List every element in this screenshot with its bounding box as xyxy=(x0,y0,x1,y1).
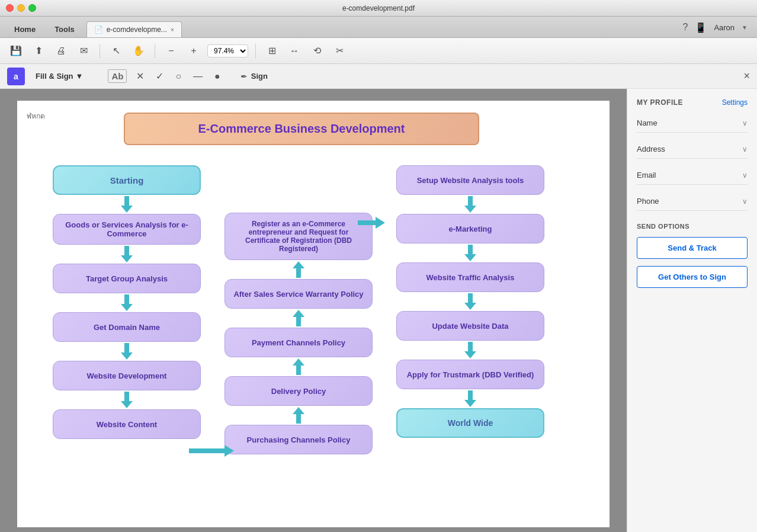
arrow-1-2 xyxy=(121,246,133,262)
arrow-1-4 xyxy=(121,343,133,360)
line-tool-button[interactable]: — xyxy=(191,69,205,84)
name-row[interactable]: Name ∨ xyxy=(637,114,748,133)
apply-box: Apply for Trustmark (DBD Verified) xyxy=(396,360,544,389)
select-tool-button[interactable]: ↖ xyxy=(107,42,125,60)
window-controls[interactable] xyxy=(6,4,36,12)
emarketing-box: e-Marketing xyxy=(396,214,544,243)
user-chevron-icon: ▼ xyxy=(742,24,748,30)
title-bar: e-comdevelopment.pdf xyxy=(0,0,757,17)
zoom-out-button[interactable]: − xyxy=(162,42,180,60)
arrow-2-1 xyxy=(293,261,304,278)
window-title: e-comdevelopment.pdf xyxy=(342,4,415,12)
arrow-1-3 xyxy=(121,294,133,311)
dot-tool-button[interactable]: ● xyxy=(212,69,223,84)
website-dev-box: Website Development xyxy=(53,361,201,390)
save-button[interactable]: 💾 xyxy=(7,42,25,60)
circle-tool-button[interactable]: ○ xyxy=(173,69,184,84)
after-sales-box: After Sales Service Warranty Policy xyxy=(224,279,373,309)
my-profile-title: MY PROFILE xyxy=(637,98,683,107)
arrow-3-1 xyxy=(464,196,476,213)
tools-nav[interactable]: Tools xyxy=(45,21,84,37)
tab-close-button[interactable]: × xyxy=(171,27,174,33)
tab-icon: 📄 xyxy=(94,25,103,34)
arrow-3-2 xyxy=(464,245,476,261)
mobile-icon[interactable]: 📱 xyxy=(695,21,707,33)
toolbar: 💾 ⬆ 🖨 ✉ ↖ ✋ − + 97.4% 100% 75% ⊞ ↔ ⟲ ✂ xyxy=(0,38,757,64)
pdf-area[interactable]: ฬหกด E-Commerce Business Development Sta… xyxy=(0,89,627,532)
text-tool-button[interactable]: Ab xyxy=(108,69,127,83)
tab-bar: Home Tools 📄 e-comdevelopme... × ? 📱 Aar… xyxy=(0,17,757,38)
check-tool-button[interactable]: ✓ xyxy=(153,68,166,84)
cross-tool-button[interactable]: ✕ xyxy=(134,68,146,84)
email-row[interactable]: Email ∨ xyxy=(637,166,748,185)
flow-column-3: Setup Website Analysis tools e-Marketing xyxy=(384,159,556,454)
upload-button[interactable]: ⬆ xyxy=(30,42,47,60)
settings-link[interactable]: Settings xyxy=(722,98,748,107)
main-area: ฬหกด E-Commerce Business Development Sta… xyxy=(0,89,757,532)
separator-1 xyxy=(100,44,100,58)
arrow-3-5 xyxy=(464,390,476,407)
zoom-in-button[interactable]: + xyxy=(185,42,203,60)
chart-title-box: E-Commerce Business Development xyxy=(124,113,479,145)
get-others-to-sign-button[interactable]: Get Others to Sign xyxy=(637,266,748,288)
payment-box: Payment Channels Policy xyxy=(224,328,373,357)
website-content-box: Website Content xyxy=(53,409,201,439)
fill-sign-menu-button[interactable]: Fill & Sign ▼ xyxy=(31,69,88,83)
arrow-2-4 xyxy=(293,407,304,424)
close-window-button[interactable] xyxy=(6,4,14,12)
arrow-2-3 xyxy=(293,358,304,375)
sign-area: ✒ Sign xyxy=(240,72,268,81)
zoom-dropdown[interactable]: 97.4% 100% 75% xyxy=(207,44,248,57)
domain-box: Get Domain Name xyxy=(53,312,201,342)
fit-width-button[interactable]: ↔ xyxy=(286,42,303,60)
minimize-window-button[interactable] xyxy=(17,4,25,12)
print-button[interactable]: 🖨 xyxy=(52,42,70,60)
name-label: Name xyxy=(637,118,657,127)
goods-box: Goods or Services Analysis for e-Commerc… xyxy=(53,214,201,245)
register-arrow xyxy=(358,217,385,229)
phone-chevron-icon: ∨ xyxy=(742,197,748,206)
sign-button[interactable]: Sign xyxy=(251,72,268,81)
address-label: Address xyxy=(637,145,665,153)
arrow-3-4 xyxy=(464,342,476,358)
active-tab[interactable]: 📄 e-comdevelopme... × xyxy=(86,21,182,37)
flow-column-2: Register as an e-Commerce entrepreneur a… xyxy=(213,207,384,454)
send-track-button[interactable]: Send & Track xyxy=(637,237,748,259)
flow-column-1: Starting Goods or Services Analysis for … xyxy=(41,159,213,454)
arrow-1-5 xyxy=(121,392,133,408)
separator-3 xyxy=(255,44,256,58)
register-box: Register as an e-Commerce entrepreneur a… xyxy=(224,213,373,260)
separator-2 xyxy=(155,44,155,58)
page-annotation: ฬหกด xyxy=(27,110,45,121)
email-button[interactable]: ✉ xyxy=(75,42,92,60)
hand-tool-button[interactable]: ✋ xyxy=(130,42,147,60)
traffic-box: Website Traffic Analysis xyxy=(396,262,544,292)
sign-icon: ✒ xyxy=(240,72,248,81)
fit-page-button[interactable]: ⊞ xyxy=(263,42,281,60)
rotate-button[interactable]: ⟲ xyxy=(308,42,326,60)
starting-box: Starting xyxy=(53,165,201,195)
arrow-1-1 xyxy=(121,196,133,213)
email-chevron-icon: ∨ xyxy=(742,171,748,180)
update-box: Update Website Data xyxy=(396,311,544,341)
address-row[interactable]: Address ∨ xyxy=(637,140,748,159)
tab-label: e-comdevelopme... xyxy=(107,25,167,34)
home-nav[interactable]: Home xyxy=(5,21,45,37)
arrow-2-2 xyxy=(293,310,304,326)
fill-sign-label: Fill & Sign xyxy=(36,72,73,81)
user-label[interactable]: Aaron xyxy=(714,23,734,31)
fill-sign-logo: a xyxy=(7,68,25,85)
sidebar-header: MY PROFILE Settings xyxy=(637,98,748,107)
chart-title: E-Commerce Business Development xyxy=(137,122,466,136)
worldwide-box: World Wide xyxy=(396,408,544,438)
setup-box: Setup Website Analysis tools xyxy=(396,165,544,195)
maximize-window-button[interactable] xyxy=(28,4,36,12)
purchasing-box: Purchasing Channels Policy xyxy=(224,425,373,454)
phone-row[interactable]: Phone ∨ xyxy=(637,192,748,211)
right-sidebar: MY PROFILE Settings Name ∨ Address ∨ Ema… xyxy=(627,89,757,532)
arrow-3-3 xyxy=(464,293,476,310)
close-fill-sign-button[interactable]: × xyxy=(743,70,750,82)
phone-label: Phone xyxy=(637,197,659,206)
help-icon[interactable]: ? xyxy=(682,22,688,33)
take-snapshot-button[interactable]: ✂ xyxy=(331,42,348,60)
